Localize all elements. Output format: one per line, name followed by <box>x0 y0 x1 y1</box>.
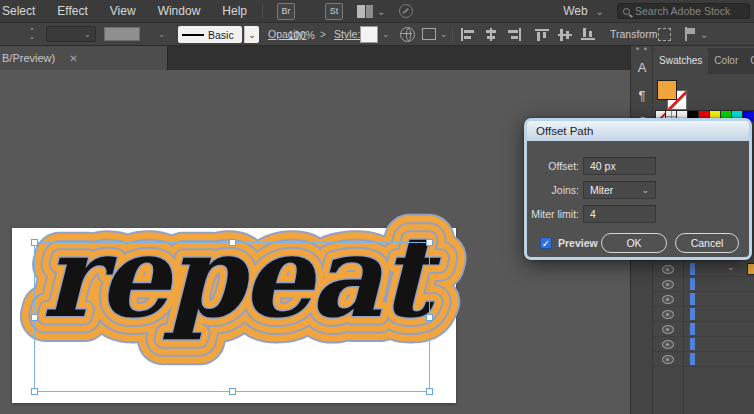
visibility-eye-icon[interactable] <box>662 295 674 304</box>
selection-handle[interactable] <box>426 314 433 321</box>
offset-input[interactable]: 40 px <box>583 157 656 175</box>
chevron-down-icon[interactable]: ⌄ <box>158 23 166 45</box>
transform-label[interactable]: Transform <box>610 23 657 45</box>
layer-row[interactable] <box>653 337 754 352</box>
miter-limit-label: Miter limit: <box>527 208 583 220</box>
layer-row[interactable] <box>653 322 754 337</box>
stock-button[interactable]: St <box>325 3 343 20</box>
share-icon[interactable] <box>399 4 413 18</box>
search-icon <box>623 8 630 15</box>
align-top-icon[interactable] <box>535 28 551 41</box>
layer-row[interactable] <box>653 292 754 307</box>
artboard-chevron-icon[interactable]: ⌄ <box>440 23 448 45</box>
selection-indicator <box>690 308 695 320</box>
menu-help[interactable]: Help <box>211 4 258 18</box>
chevron-down-icon: ⌄ <box>596 6 604 17</box>
selection-handle[interactable] <box>31 388 38 395</box>
selection-handle[interactable] <box>426 388 433 395</box>
align-left-icon[interactable] <box>460 28 476 41</box>
menu-select[interactable]: Select <box>0 4 46 18</box>
joins-dropdown[interactable]: Miter ⌄ <box>583 181 656 199</box>
workspace-switcher[interactable]: Web ⌄ <box>557 4 610 18</box>
opacity-value[interactable]: 100% <box>288 26 315 43</box>
menubar-right: Web ⌄ Search Adobe Stock <box>557 0 750 22</box>
paragraph-panel-icon[interactable]: ¶ <box>631 88 653 103</box>
close-icon[interactable]: ✕ <box>69 53 77 64</box>
selection-indicator <box>690 353 695 365</box>
offset-label: Offset: <box>527 160 583 172</box>
preview-label: Preview <box>558 237 598 249</box>
shape-options-icon[interactable] <box>684 27 696 41</box>
chevron-down-icon[interactable]: ⌄ <box>377 6 385 17</box>
style-chevron-icon[interactable]: ⌄ <box>382 23 390 45</box>
opacity-expander-icon[interactable]: > <box>320 26 326 43</box>
layer-row[interactable] <box>653 262 754 277</box>
panel-grip-dots-icon[interactable]: • • <box>631 44 653 54</box>
ok-button[interactable]: OK <box>601 233 667 253</box>
selection-bounding-box[interactable] <box>34 242 430 392</box>
visibility-eye-icon[interactable] <box>662 265 674 274</box>
layer-thumbnail[interactable] <box>747 263 754 275</box>
align-right-icon[interactable] <box>506 28 522 41</box>
search-placeholder: Search Adobe Stock <box>635 5 730 17</box>
visibility-eye-icon[interactable] <box>662 280 674 289</box>
bridge-button[interactable]: Br <box>277 3 295 20</box>
stroke-color-swatch[interactable] <box>104 27 140 41</box>
menu-view[interactable]: View <box>99 4 147 18</box>
joins-label: Joins: <box>527 184 583 196</box>
menu-bar: Select Effect View Window Help Br St ⌄ W… <box>0 0 754 22</box>
free-transform-icon[interactable] <box>658 28 671 41</box>
selection-handle[interactable] <box>31 314 38 321</box>
menu-window[interactable]: Window <box>147 4 212 18</box>
divider <box>262 4 263 18</box>
more-options-chevron-icon[interactable]: ⌄ <box>700 23 708 45</box>
dialog-body: Offset: 40 px Joins: Miter ⌄ Miter limit… <box>527 141 749 257</box>
document-tab[interactable]: B/Preview) ✕ <box>0 46 168 70</box>
selection-indicator <box>690 338 695 350</box>
selection-handle[interactable] <box>426 239 433 246</box>
variable-width-dropdown[interactable]: ⌄ <box>46 26 96 42</box>
tab-color[interactable]: Color <box>708 48 744 74</box>
align-center-icon[interactable] <box>483 28 499 41</box>
cancel-button[interactable]: Cancel <box>675 233 739 253</box>
layer-row[interactable] <box>653 277 754 292</box>
preview-checkbox[interactable]: ✓ <box>540 237 552 249</box>
visibility-eye-icon[interactable] <box>662 340 674 349</box>
tab-color-guide[interactable]: Color <box>744 48 754 74</box>
layer-row[interactable] <box>653 307 754 322</box>
layer-expand-chevron-icon[interactable]: ⌄ <box>727 262 735 272</box>
selection-indicator <box>690 278 695 290</box>
graphic-style-swatch[interactable] <box>360 26 378 43</box>
layer-row[interactable] <box>653 352 754 367</box>
stroke-style-chevron-icon[interactable]: ⌄ <box>244 26 259 43</box>
character-panel-icon[interactable]: A <box>631 60 653 75</box>
layers-panel <box>653 262 754 414</box>
stroke-preview-line <box>182 34 204 36</box>
selection-indicator <box>690 263 695 275</box>
selection-indicator <box>690 323 695 335</box>
selection-handle[interactable] <box>229 388 236 395</box>
visibility-eye-icon[interactable] <box>662 310 674 319</box>
miter-limit-input[interactable]: 4 <box>583 205 656 223</box>
artboard-icon[interactable] <box>422 28 436 40</box>
menu-effect[interactable]: Effect <box>46 4 98 18</box>
value-stepper[interactable]: ⌃ ⌄ <box>26 23 38 45</box>
document-tab-label: B/Preview) <box>2 52 55 64</box>
adobe-stock-search-input[interactable]: Search Adobe Stock <box>617 3 750 19</box>
document-setup-globe-icon[interactable] <box>400 27 415 42</box>
stroke-style-dropdown[interactable]: Basic <box>178 26 242 43</box>
divider <box>452 27 453 42</box>
fill-color-swatch[interactable] <box>657 80 677 100</box>
visibility-eye-icon[interactable] <box>662 325 674 334</box>
selection-handle[interactable] <box>31 239 38 246</box>
visibility-eye-icon[interactable] <box>662 355 674 364</box>
align-vertical-center-icon[interactable] <box>558 28 574 41</box>
tab-swatches[interactable]: Swatches <box>653 48 708 74</box>
arrange-documents-icon[interactable] <box>357 5 374 18</box>
offset-path-dialog: Offset Path Offset: 40 px Joins: Miter ⌄… <box>524 118 752 260</box>
align-bottom-icon[interactable] <box>581 28 597 41</box>
selection-handle[interactable] <box>229 239 236 246</box>
chevron-down-icon: ⌄ <box>641 185 649 195</box>
style-label[interactable]: Style: <box>334 23 360 45</box>
dialog-title[interactable]: Offset Path <box>527 121 749 141</box>
